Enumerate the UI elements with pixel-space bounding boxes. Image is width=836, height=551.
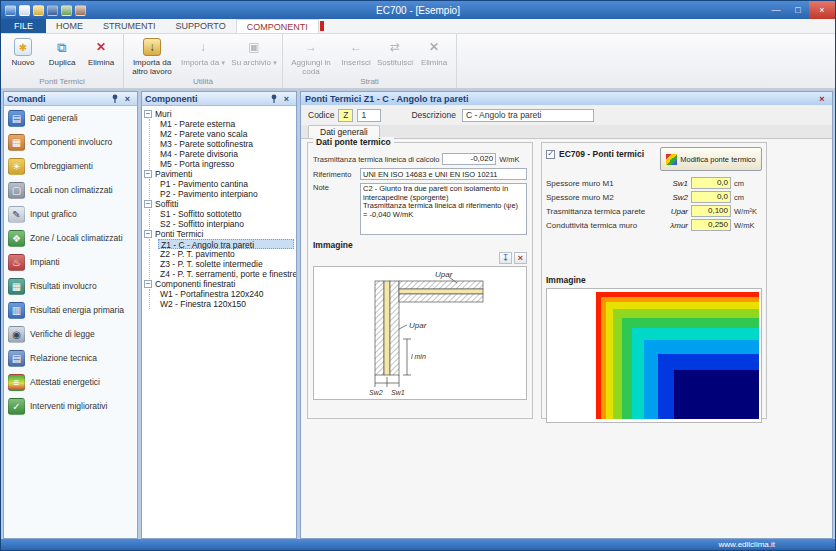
tree-item[interactable]: Z2 - P. T. pavimento [158,249,294,259]
sidebar-item-zone-locali-climatizzati[interactable]: Zone / Locali climatizzati [4,226,137,250]
close-panel-icon[interactable]: × [280,93,293,105]
tab-componenti[interactable]: COMPONENTI [236,19,319,33]
title-bar: EC700 - [Esempio] — □ × [1,1,835,19]
tree-item[interactable]: S2 - Soffitto interpiano [158,219,294,229]
tree-node-pavimenti[interactable]: −Pavimenti [144,169,294,179]
sidebar-item-locali-non-climatizzati[interactable]: Locali non climatizzati [4,178,137,202]
sidebar-item-interventi-migliorativi[interactable]: Interventi migliorativi [4,394,137,418]
nuovo-button[interactable]: Nuovo [4,36,42,67]
descrizione-label: Descrizione [411,110,455,120]
duplica-button[interactable]: Duplica [43,36,81,67]
ec709-group: ✓ EC709 - Ponti termici Modifica ponte t… [541,142,767,419]
sw1-field[interactable]: 0,0 [691,177,731,189]
sw2-field[interactable]: 0,0 [691,191,731,203]
tree-item[interactable]: Z3 - P. T. solette intermedie [158,259,294,269]
parameter-row: Trasmittanza termica parete Upar 0,100 W… [546,205,762,217]
close-button[interactable]: × [809,1,835,19]
sidebar-item-attestati-energetici[interactable]: Attestati energetici [4,370,137,394]
importa-da-altro-lavoro-button[interactable]: Importa da altro lavoro [127,36,177,76]
upar-field[interactable]: 0,100 [691,205,731,217]
symbol: Sw1 [664,179,688,188]
tree-item[interactable]: W2 - Finestra 120x150 [158,299,294,309]
undo-icon[interactable] [61,5,72,16]
collapse-icon[interactable]: − [144,280,152,288]
thermal-image-frame [546,288,762,423]
app-icon[interactable] [5,5,16,16]
tree-item[interactable]: M4 - Parete divisoria [158,149,294,159]
trasmittanza-unit: W/mK [499,155,527,164]
close-detail-icon[interactable]: × [816,94,828,104]
open-file-icon[interactable] [33,5,44,16]
tab-file[interactable]: FILE [1,19,46,33]
tree-item[interactable]: W1 - Portafinestra 120x240 [158,289,294,299]
edilclima-link[interactable]: www.edilclima.it [719,540,775,549]
comandi-list: Dati generali Componenti involucro Ombre… [4,106,137,538]
tree-node-ponti-termici[interactable]: −Ponti Termici [144,229,294,239]
elimina-button[interactable]: Elimina [82,36,120,67]
tree-item[interactable]: Z4 - P. T. serramenti, porte e finestre [158,269,294,279]
svg-text:Sw2: Sw2 [369,389,383,396]
pin-icon[interactable] [267,93,280,105]
delete-image-button[interactable]: × [514,252,527,264]
tree-node-componenti-finestrati[interactable]: −Componenti finestrati [144,279,294,289]
sidebar-item-relazione-tecnica[interactable]: Relazione tecnica [4,346,137,370]
codice-value-field[interactable]: 1 [357,109,381,122]
new-file-icon[interactable] [19,5,30,16]
sostituisci-icon [386,38,404,56]
sidebar-item-dati-generali[interactable]: Dati generali [4,106,137,130]
componenti-panel-title: Componenti [145,94,198,104]
collapse-icon[interactable]: − [144,110,152,118]
componenti-panel: Componenti × −Muri M1 - Parete esterna M… [141,91,297,539]
tree-item[interactable]: M1 - Parete esterna [158,119,294,129]
maximize-button[interactable]: □ [787,1,809,19]
tree-item[interactable]: S1 - Soffitto sottotetto [158,209,294,219]
sidebar-item-input-grafico[interactable]: Input grafico [4,202,137,226]
importa-da-button[interactable]: Importa da ▾ [178,36,228,67]
tree-item[interactable]: M3 - Parete sottofinestra [158,139,294,149]
inserisci-button[interactable]: Inserisci [337,36,375,67]
collapse-icon[interactable]: − [144,230,152,238]
tree-item[interactable]: P1 - Pavimento cantina [158,179,294,189]
sidebar-item-verifiche-di-legge[interactable]: Verifiche di legge [4,322,137,346]
sidebar-item-risultati-energia-primaria[interactable]: Risultati energia primaria [4,298,137,322]
redo-icon[interactable] [75,5,86,16]
tree-item[interactable]: P2 - Pavimento interpiano [158,189,294,199]
collapse-icon[interactable]: − [144,200,152,208]
lambda-mur-field[interactable]: 0,250 [691,219,731,231]
sidebar-item-componenti-involucro[interactable]: Componenti involucro [4,130,137,154]
risultati-involucro-icon [8,278,25,295]
tab-home[interactable]: HOME [46,19,93,33]
close-panel-icon[interactable]: × [121,93,134,105]
tab-strumenti[interactable]: STRUMENTI [93,19,166,33]
save-icon[interactable] [47,5,58,16]
codice-prefix-field[interactable]: Z [338,109,353,122]
riferimento-field[interactable]: UNI EN ISO 14683 e UNI EN ISO 10211 [360,168,527,180]
dati-ponte-termico-group: Dati ponte termico Trasmittanza termica … [307,142,533,419]
tab-supporto[interactable]: SUPPORTO [166,19,236,33]
pin-icon[interactable] [108,93,121,105]
su-archivio-button[interactable]: Su archivio ▾ [229,36,279,67]
status-bar: www.edilclima.it [1,539,835,550]
verifiche-di-legge-icon [8,326,25,343]
modifica-ponte-termico-button[interactable]: Modifica ponte termico [660,147,762,171]
tree-item-selected[interactable]: Z1 - C - Angolo tra pareti [158,239,294,249]
thermal-bridge-drawing: Upar Upar l min [317,269,523,397]
tree-node-soffitti[interactable]: −Soffitti [144,199,294,209]
descrizione-field[interactable]: C - Angolo tra pareti [462,109,594,122]
minimize-button[interactable]: — [765,1,787,19]
tree-item[interactable]: M2 - Parete vano scala [158,129,294,139]
elimina-strato-button[interactable]: Elimina [415,36,453,67]
aggiungi-in-coda-button[interactable]: Aggiungi in coda [286,36,336,76]
tree-item[interactable]: M5 - Porta ingresso [158,159,294,169]
sidebar-item-impianti[interactable]: Impianti [4,250,137,274]
trasmittanza-field[interactable]: -0,020 [442,153,496,165]
collapse-icon[interactable]: − [144,170,152,178]
sostituisci-button[interactable]: Sostituisci [376,36,414,67]
ec709-checkbox[interactable]: ✓ [546,150,555,159]
svg-text:Upar: Upar [409,321,427,330]
note-field[interactable]: C2 - Giunto tra due pareti con isolament… [360,183,527,235]
export-image-button[interactable]: ↧ [499,252,512,264]
tree-node-muri[interactable]: −Muri [144,109,294,119]
sidebar-item-ombreggiamenti[interactable]: Ombreggiamenti [4,154,137,178]
sidebar-item-risultati-involucro[interactable]: Risultati involucro [4,274,137,298]
